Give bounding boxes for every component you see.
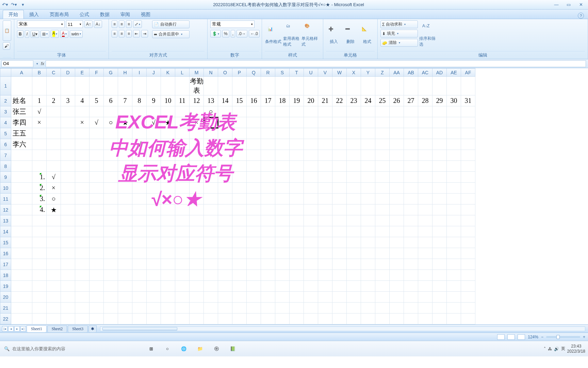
cell-A5[interactable]: 王五 — [11, 128, 32, 139]
cell-Z17[interactable] — [375, 259, 390, 270]
cell-K19[interactable] — [161, 281, 175, 292]
cell-W10[interactable] — [332, 183, 347, 194]
maximize-button[interactable]: ▭ — [563, 1, 574, 8]
row-header-13[interactable]: 13 — [0, 215, 11, 226]
cell-B11[interactable]: 3. — [32, 194, 47, 204]
border-button[interactable]: ⊞ — [40, 30, 49, 38]
cell-O16[interactable] — [218, 248, 232, 259]
underline-button[interactable]: U▾ — [31, 30, 39, 38]
cell-D16[interactable] — [61, 248, 75, 259]
cell-Q18[interactable] — [247, 270, 261, 281]
cell-E21[interactable] — [75, 303, 89, 313]
col-header-S[interactable]: S — [275, 68, 290, 77]
spreadsheet-grid[interactable]: ABCDEFGHIJKLMNOPQRSTUVWXYZAAABACADAEAF1考… — [0, 68, 475, 324]
cell-A11[interactable] — [11, 194, 32, 204]
currency-button[interactable]: 💲 — [210, 30, 221, 37]
cell-AF20[interactable] — [461, 292, 475, 303]
cell-B1[interactable] — [32, 77, 47, 95]
cell-R5[interactable] — [261, 128, 275, 139]
italic-button[interactable]: I — [25, 30, 29, 38]
cell-S13[interactable] — [275, 215, 290, 226]
cell-H22[interactable] — [118, 313, 132, 324]
cell-U5[interactable] — [304, 128, 318, 139]
cell-I3[interactable] — [132, 106, 147, 117]
cell-AB20[interactable] — [404, 292, 418, 303]
align-top-button[interactable]: ≡ — [112, 20, 117, 28]
cell-AF16[interactable] — [461, 248, 475, 259]
cell-T16[interactable] — [290, 248, 304, 259]
row-header-11[interactable]: 11 — [0, 194, 11, 204]
row-header-9[interactable]: 9 — [0, 172, 11, 183]
cell-X6[interactable] — [347, 139, 361, 150]
cell-D20[interactable] — [61, 292, 75, 303]
cortana-button[interactable]: ○ — [159, 342, 176, 356]
cell-F14[interactable] — [89, 226, 104, 237]
cell-O3[interactable] — [218, 106, 232, 117]
cell-O22[interactable] — [218, 313, 232, 324]
cell-O10[interactable] — [218, 183, 232, 194]
tray-expand-icon[interactable]: ˄ — [544, 347, 546, 351]
cell-AF4[interactable] — [461, 117, 475, 128]
tab-insert[interactable]: 插入 — [24, 10, 44, 19]
cell-J16[interactable] — [147, 248, 161, 259]
cell-J3[interactable] — [147, 106, 161, 117]
cell-T3[interactable] — [290, 106, 304, 117]
cell-N16[interactable] — [204, 248, 218, 259]
formula-bar[interactable] — [46, 60, 586, 67]
row-header-3[interactable]: 3 — [0, 106, 11, 117]
row-header-2[interactable]: 2 — [0, 95, 11, 106]
cell-C19[interactable] — [47, 281, 61, 292]
select-all-corner[interactable] — [0, 68, 11, 77]
cell-V15[interactable] — [318, 237, 332, 248]
cell-Z21[interactable] — [375, 303, 390, 313]
cell-J7[interactable] — [147, 150, 161, 161]
cell-I21[interactable] — [132, 303, 147, 313]
cell-H8[interactable] — [118, 161, 132, 172]
cell-C13[interactable] — [47, 215, 61, 226]
cell-AA4[interactable] — [390, 117, 404, 128]
cell-O11[interactable] — [218, 194, 232, 204]
cell-F5[interactable] — [89, 128, 104, 139]
cell-Q11[interactable] — [247, 194, 261, 204]
cell-D13[interactable] — [61, 215, 75, 226]
cell-P6[interactable] — [232, 139, 247, 150]
cell-E8[interactable] — [75, 161, 89, 172]
cell-Z7[interactable] — [375, 150, 390, 161]
cell-AC17[interactable] — [418, 259, 432, 270]
cell-Z1[interactable] — [375, 77, 390, 95]
cell-E1[interactable] — [75, 77, 89, 95]
cell-B10[interactable]: 2. — [32, 183, 47, 194]
cell-F21[interactable] — [89, 303, 104, 313]
cell-A10[interactable] — [11, 183, 32, 194]
cell-E19[interactable] — [75, 281, 89, 292]
fx-icon[interactable]: fx — [39, 61, 46, 66]
cell-H17[interactable] — [118, 259, 132, 270]
view-pagebreak-button[interactable] — [518, 334, 525, 340]
cell-P19[interactable] — [232, 281, 247, 292]
cell-Y22[interactable] — [361, 313, 375, 324]
font-size-combo[interactable]: 11▾ — [66, 20, 83, 28]
row-header-7[interactable]: 7 — [0, 150, 11, 161]
cell-Q7[interactable] — [247, 150, 261, 161]
cell-Q8[interactable] — [247, 161, 261, 172]
cell-V20[interactable] — [318, 292, 332, 303]
cell-Y19[interactable] — [361, 281, 375, 292]
cell-X9[interactable] — [347, 172, 361, 183]
cell-F12[interactable] — [89, 204, 104, 215]
col-header-B[interactable]: B — [32, 68, 47, 77]
cell-AE2[interactable]: 30 — [447, 95, 461, 106]
cell-T11[interactable] — [290, 194, 304, 204]
cell-AC1[interactable] — [418, 77, 432, 95]
cell-Z10[interactable] — [375, 183, 390, 194]
cell-P7[interactable] — [232, 150, 247, 161]
cell-U18[interactable] — [304, 270, 318, 281]
cell-I15[interactable] — [132, 237, 147, 248]
cell-Y18[interactable] — [361, 270, 375, 281]
cell-Z2[interactable]: 25 — [375, 95, 390, 106]
cell-E9[interactable] — [75, 172, 89, 183]
cell-T20[interactable] — [290, 292, 304, 303]
cell-L12[interactable] — [175, 204, 190, 215]
cell-N8[interactable] — [204, 161, 218, 172]
phonetic-button[interactable]: wén — [70, 30, 83, 38]
undo-button[interactable]: ↶▾ — [1, 1, 9, 8]
